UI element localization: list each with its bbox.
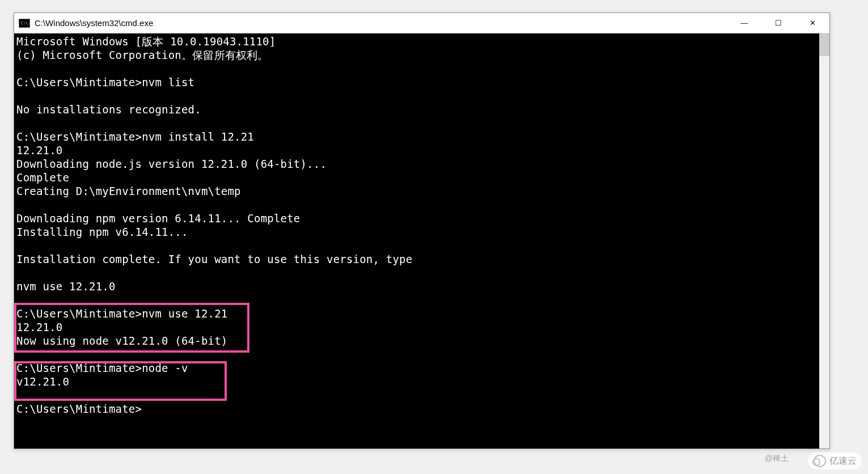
close-button[interactable]: ✕ [795,13,829,33]
maximize-button[interactable]: ☐ [761,13,795,33]
minimize-icon: — [741,19,748,27]
cmd-icon [19,19,30,28]
watermark-logo: 亿速云 [808,452,862,469]
maximize-icon: ☐ [775,19,782,27]
window-title: C:\Windows\system32\cmd.exe [35,18,727,28]
scrollbar-vertical[interactable] [819,33,829,448]
watermark-source: @稀土 [765,454,789,464]
terminal-area[interactable]: Microsoft Windows [版本 10.0.19043.1110] (… [14,33,829,448]
minimize-button[interactable]: — [727,13,761,33]
title-bar[interactable]: C:\Windows\system32\cmd.exe — ☐ ✕ [14,13,829,33]
terminal-output: Microsoft Windows [版本 10.0.19043.1110] (… [14,33,829,417]
window-controls: — ☐ ✕ [727,13,829,33]
cloud-icon [814,455,826,467]
close-icon: ✕ [810,19,816,27]
watermark-text: 亿速云 [829,455,857,467]
scrollbar-thumb[interactable] [819,33,829,56]
cmd-window: C:\Windows\system32\cmd.exe — ☐ ✕ Micros… [14,12,830,449]
